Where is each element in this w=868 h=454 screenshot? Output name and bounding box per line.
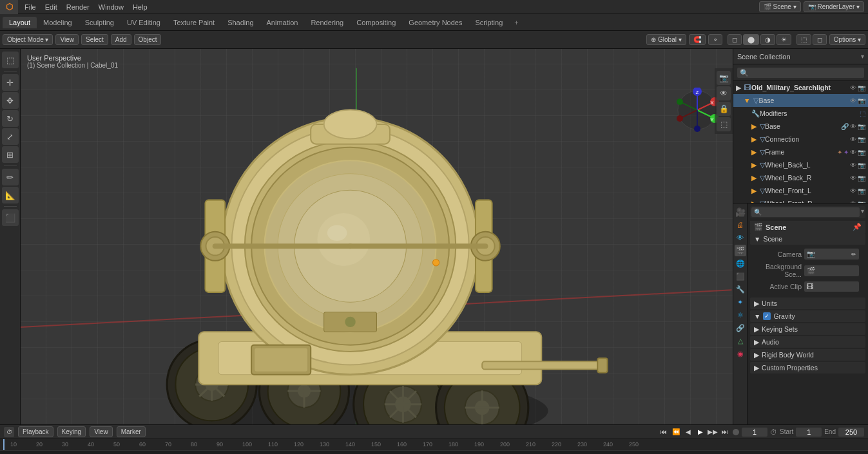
menu-file[interactable]: File	[21, 2, 40, 12]
outliner-item-base[interactable]: ▶ ▽ Base 🔗 👁 📷	[733, 120, 868, 133]
prop-tab-object[interactable]: ⬛	[735, 270, 746, 282]
add-workspace-button[interactable]: +	[509, 17, 523, 28]
gravity-checkbox[interactable]: ✓	[763, 312, 771, 320]
scene-selector[interactable]: 🎬 Scene ▾	[759, 1, 801, 12]
active-clip-value[interactable]: 🎞	[804, 281, 859, 292]
add-menu[interactable]: Add	[111, 34, 131, 45]
link-icon[interactable]: 🔗	[841, 123, 849, 130]
keying-sets-toggle[interactable]: ▶ Keying Sets	[750, 323, 865, 335]
object-menu[interactable]: Object	[134, 34, 162, 45]
audio-section-toggle[interactable]: ▶ Audio	[750, 336, 865, 348]
eye-icon-4[interactable]: 👁	[850, 136, 856, 143]
rigid-body-toggle[interactable]: ▶ Rigid Body World	[750, 349, 865, 361]
properties-search-input[interactable]	[751, 207, 860, 217]
camera-icon-6[interactable]: 📷	[858, 162, 865, 169]
eye-icon-5[interactable]: 👁	[850, 149, 856, 156]
tab-modeling[interactable]: Modeling	[37, 17, 79, 28]
camera-icon-8[interactable]: 📷	[858, 187, 865, 194]
camera-icon-7[interactable]: 📷	[858, 175, 865, 182]
gravity-section-toggle[interactable]: ▼ ✓ Gravity	[750, 310, 865, 322]
custom-props-toggle[interactable]: ▶ Custom Properties	[750, 362, 865, 374]
menu-edit[interactable]: Edit	[41, 2, 61, 12]
tab-animation[interactable]: Animation	[260, 17, 305, 28]
camera-icon-4[interactable]: 📷	[858, 136, 865, 143]
options-btn[interactable]: Options ▾	[829, 34, 865, 45]
prop-tab-render[interactable]: 🎥	[735, 206, 746, 218]
viewpoint-btn[interactable]: 👁	[717, 86, 731, 100]
outliner-item-frame[interactable]: ▶ ▽ Frame ✦ ✦ 👁 📷	[733, 146, 868, 158]
render-region-btn[interactable]: ⬚	[717, 117, 731, 131]
properties-filter-btn[interactable]: ▾	[861, 207, 864, 217]
outliner-filter-btn[interactable]: ▾	[861, 53, 864, 60]
eye-icon-0[interactable]: 👁	[850, 84, 856, 91]
eye-icon-8[interactable]: 👁	[850, 187, 856, 194]
tab-scripting[interactable]: Scripting	[468, 17, 509, 28]
tab-rendering[interactable]: Rendering	[304, 17, 350, 28]
end-frame-input[interactable]	[838, 428, 864, 437]
next-frame-btn[interactable]: ▶▶	[708, 427, 718, 437]
outliner-item-modifiers[interactable]: 🔧 Modifiers ⬚	[733, 107, 868, 120]
prop-tab-constraints[interactable]: 🔗	[735, 322, 746, 334]
camera-icon-0[interactable]: 📷	[858, 84, 865, 91]
camera-icon-5[interactable]: 📷	[858, 149, 865, 156]
prop-tab-particles[interactable]: ✦	[735, 296, 746, 308]
annotate-tool[interactable]: ✏	[2, 169, 19, 185]
add-cube-tool[interactable]: ⬛	[2, 209, 19, 226]
prop-tab-view[interactable]: 👁	[735, 232, 746, 243]
transform-tool[interactable]: ⊞	[2, 146, 19, 163]
sync-audio-btn[interactable]	[733, 429, 739, 435]
material-preview-btn[interactable]: ◑	[760, 34, 775, 45]
eye-icon-6[interactable]: 👁	[850, 162, 856, 169]
scene-pin-icon[interactable]: 📌	[853, 223, 862, 231]
tab-uv-editing[interactable]: UV Editing	[121, 17, 167, 28]
eye-icon-3[interactable]: 👁	[850, 123, 856, 130]
bg-scene-value[interactable]: 🎬	[804, 265, 859, 276]
orientation-gizmo[interactable]: X Y Z	[675, 88, 720, 133]
prop-tab-material[interactable]: ◉	[735, 348, 746, 359]
outliner-search-input[interactable]	[737, 68, 864, 78]
outliner-item-wheel-bl[interactable]: ▶ ▽ Wheel_Back_L 👁 📷	[733, 158, 868, 171]
view-menu[interactable]: View	[55, 34, 79, 45]
scale-tool[interactable]: ⤢	[2, 128, 19, 145]
select-menu[interactable]: Select	[81, 34, 108, 45]
prop-tab-scene[interactable]: 🎬	[735, 245, 746, 256]
tab-shading[interactable]: Shading	[221, 17, 260, 28]
camera-icon-3[interactable]: 📷	[858, 123, 865, 130]
restrict-icon-2[interactable]: ⬚	[860, 110, 865, 117]
lock-view-btn[interactable]: 🔒	[717, 102, 731, 116]
render-layer-selector[interactable]: 📷 RenderLayer ▾	[804, 1, 864, 12]
wireframe-btn[interactable]: ◻	[728, 34, 742, 45]
outliner-item-wheel-fr[interactable]: ▶ ▽ Wheel_Front_R 👁 📷	[733, 197, 868, 203]
menu-render[interactable]: Render	[63, 2, 93, 12]
play-pause-btn[interactable]: ▶	[695, 427, 706, 437]
measure-tool[interactable]: 📐	[2, 187, 19, 203]
prop-tab-output[interactable]: 🖨	[735, 219, 746, 231]
xray-btn[interactable]: ◻	[813, 34, 827, 45]
camera-view-btn[interactable]: 📷	[717, 71, 731, 85]
prop-tab-physics[interactable]: ⚛	[735, 309, 746, 321]
select-tool[interactable]: ⬚	[2, 52, 19, 68]
timeline-frame-area[interactable]: 10 20 30 40 50 60 70 80 90 100 110 120 1…	[0, 439, 868, 454]
move-tool[interactable]: ✥	[2, 92, 19, 109]
camera-edit-icon[interactable]: ✏	[851, 251, 856, 258]
timeline-view-menu[interactable]: View	[90, 426, 113, 437]
proportional-edit[interactable]: ⚬	[708, 34, 722, 45]
marker-menu[interactable]: Marker	[117, 426, 146, 437]
prop-tab-data[interactable]: △	[735, 335, 746, 346]
prev-frame-btn[interactable]: ◀	[683, 427, 693, 437]
menu-window[interactable]: Window	[95, 2, 128, 12]
jump-start-btn[interactable]: ⏮	[659, 427, 669, 437]
mode-selector[interactable]: Object Mode ▾	[3, 34, 53, 45]
eye-icon-7[interactable]: 👁	[850, 175, 856, 182]
prop-tab-world[interactable]: 🌐	[735, 258, 746, 269]
transform-orientation[interactable]: ⊕ Global ▾	[646, 34, 686, 45]
tab-geometry-nodes[interactable]: Geometry Nodes	[402, 17, 468, 28]
tab-layout[interactable]: Layout	[3, 17, 37, 28]
prop-tab-modifier[interactable]: 🔧	[735, 283, 746, 295]
scene-section-toggle[interactable]: ▼ Scene	[750, 233, 865, 245]
start-frame-input[interactable]	[796, 428, 822, 437]
keying-menu[interactable]: Keying	[57, 426, 86, 437]
camera-value[interactable]: 📷 ✏	[804, 249, 859, 260]
snap-button[interactable]: 🧲	[689, 34, 706, 45]
step-back-btn[interactable]: ⏪	[671, 427, 681, 437]
